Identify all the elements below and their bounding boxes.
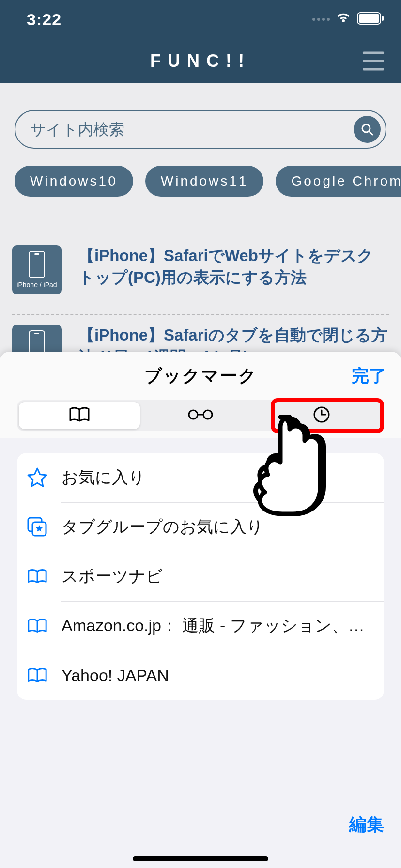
segment-control	[17, 400, 384, 431]
article-thumb: iPhone / iPad	[12, 245, 62, 294]
glasses-icon	[187, 409, 214, 422]
svg-point-7	[203, 410, 212, 419]
segment-history[interactable]	[261, 402, 382, 429]
home-indicator[interactable]	[133, 856, 268, 861]
tag-pills: Windows10 Windows11 Google Chrome Micros	[0, 149, 401, 197]
thumb-label: iPhone / iPad	[16, 281, 57, 289]
battery-icon	[357, 12, 384, 27]
book-open-icon	[68, 406, 91, 425]
status-bar: 3:22	[0, 0, 401, 39]
bookmark-item[interactable]: Amazon.co.jp： 通販 - ファッション、…	[17, 601, 384, 651]
bookmark-label: Yahoo! JAPAN	[62, 666, 169, 685]
sheet-header: ブックマーク 完了	[0, 352, 401, 400]
bookmark-list-wrap: お気に入り タブグループのお気に入り スポーツナビ Amazon.co.jp： …	[0, 438, 401, 700]
phone-icon	[29, 251, 45, 278]
search-field[interactable]	[15, 110, 386, 149]
done-button[interactable]: 完了	[352, 364, 386, 388]
bookmark-item[interactable]: タブグループのお気に入り	[17, 502, 384, 552]
segment-bookmarks[interactable]	[19, 402, 140, 429]
search-area	[0, 83, 401, 149]
clock-icon	[313, 406, 330, 425]
svg-rect-1	[359, 14, 379, 23]
svg-rect-2	[382, 16, 384, 21]
menu-button[interactable]	[363, 52, 384, 71]
status-icons	[312, 12, 384, 27]
tag-pill[interactable]: Google Chrome	[276, 166, 401, 197]
article-title: 【iPhone】SafariでWebサイトをデスクトップ(PC)用の表示にする方…	[78, 245, 389, 288]
bookmark-label: スポーツナビ	[62, 565, 163, 588]
segment-control-wrap	[0, 400, 401, 438]
svg-line-4	[369, 131, 372, 135]
wifi-icon	[336, 13, 351, 26]
app-header: FUNC!!	[0, 39, 401, 83]
search-input[interactable]	[30, 121, 354, 139]
bookmark-label: タブグループのお気に入り	[62, 516, 263, 538]
tag-pill[interactable]: Windows10	[15, 166, 133, 197]
article-item[interactable]: iPhone / iPad 【iPhone】SafariでWebサイトをデスクト…	[12, 245, 389, 304]
bookmark-list: お気に入り タブグループのお気に入り スポーツナビ Amazon.co.jp： …	[17, 453, 384, 700]
tag-pill[interactable]: Windows11	[145, 166, 264, 197]
segment-reading-list[interactable]	[140, 402, 261, 429]
signal-dots-icon	[312, 18, 330, 21]
bookmark-item[interactable]: お気に入り	[17, 453, 384, 502]
edit-button[interactable]: 編集	[349, 813, 384, 837]
book-icon	[27, 566, 48, 587]
book-icon	[27, 615, 48, 636]
bookmark-item[interactable]: スポーツナビ	[17, 552, 384, 601]
bookmark-label: Amazon.co.jp： 通販 - ファッション、…	[62, 615, 365, 637]
bookmark-item[interactable]: Yahoo! JAPAN	[17, 651, 384, 700]
status-time: 3:22	[27, 10, 62, 29]
search-icon	[360, 122, 374, 137]
sheet-title: ブックマーク	[144, 364, 257, 388]
star-icon	[27, 467, 48, 488]
svg-point-6	[189, 410, 198, 419]
tabgroup-icon	[27, 516, 48, 538]
app-title: FUNC!!	[150, 51, 251, 71]
bookmark-label: お気に入り	[62, 466, 145, 489]
bookmark-sheet: ブックマーク 完了	[0, 352, 401, 868]
search-button[interactable]	[354, 116, 381, 143]
book-icon	[27, 665, 48, 686]
